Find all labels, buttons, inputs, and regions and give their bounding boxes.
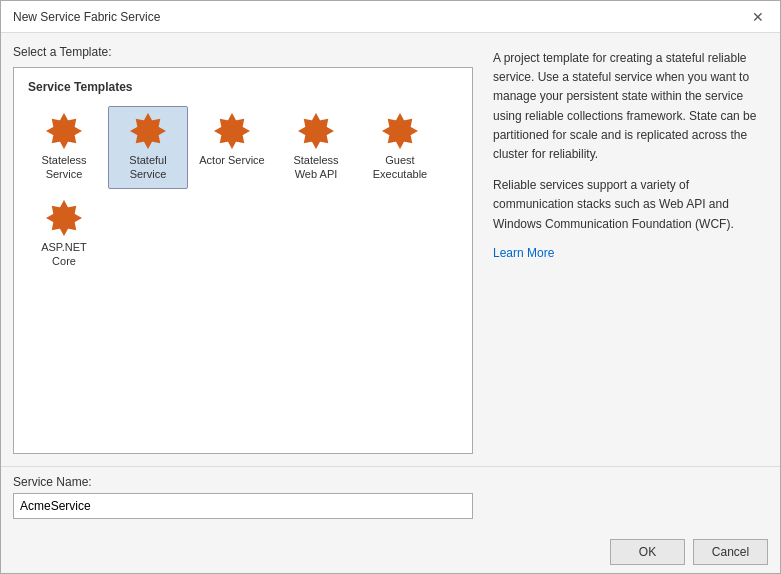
aspnet-core-icon: [46, 200, 82, 236]
templates-grid: StatelessService StatefulService: [24, 106, 462, 275]
template-aspnet[interactable]: ASP.NETCore: [24, 193, 104, 276]
guest-exec-label: GuestExecutable: [373, 153, 427, 182]
guest-executable-icon: [382, 113, 418, 149]
left-panel: Select a Template: Service Templates Sta…: [13, 45, 473, 454]
svg-point-5: [59, 213, 69, 223]
stateless-label: StatelessService: [41, 153, 86, 182]
dialog-body: Select a Template: Service Templates Sta…: [1, 33, 780, 466]
svg-point-1: [143, 126, 153, 136]
stateless-service-icon: [46, 113, 82, 149]
actor-service-icon: [214, 113, 250, 149]
title-bar: New Service Fabric Service ✕: [1, 1, 780, 33]
svg-point-4: [395, 126, 405, 136]
templates-group-label: Service Templates: [24, 78, 462, 96]
stateful-service-icon: [130, 113, 166, 149]
dialog-title: New Service Fabric Service: [13, 10, 160, 24]
learn-more-link[interactable]: Learn More: [493, 246, 554, 260]
template-stateful[interactable]: StatefulService: [108, 106, 188, 189]
new-service-dialog: New Service Fabric Service ✕ Select a Te…: [0, 0, 781, 574]
svg-point-3: [311, 126, 321, 136]
templates-box: Service Templates StatelessService: [13, 67, 473, 454]
template-actor[interactable]: Actor Service: [192, 106, 272, 174]
actor-label: Actor Service: [199, 153, 264, 167]
stateless-webapi-icon: [298, 113, 334, 149]
select-template-label: Select a Template:: [13, 45, 473, 59]
stateless-web-label: StatelessWeb API: [293, 153, 338, 182]
bottom-section: Service Name:: [1, 466, 780, 531]
service-name-label: Service Name:: [13, 475, 768, 489]
aspnet-label: ASP.NETCore: [41, 240, 87, 269]
stateful-label: StatefulService: [129, 153, 166, 182]
template-stateless[interactable]: StatelessService: [24, 106, 104, 189]
svg-point-2: [227, 126, 237, 136]
svg-point-0: [59, 126, 69, 136]
template-guest-exec[interactable]: GuestExecutable: [360, 106, 440, 189]
right-panel: A project template for creating a statef…: [485, 45, 768, 454]
cancel-button[interactable]: Cancel: [693, 539, 768, 565]
description-text: A project template for creating a statef…: [493, 49, 760, 164]
service-name-input[interactable]: [13, 493, 473, 519]
template-stateless-web[interactable]: StatelessWeb API: [276, 106, 356, 189]
dialog-buttons: OK Cancel: [1, 531, 780, 573]
ok-button[interactable]: OK: [610, 539, 685, 565]
description-text-2: Reliable services support a variety of c…: [493, 176, 760, 234]
close-button[interactable]: ✕: [748, 7, 768, 27]
